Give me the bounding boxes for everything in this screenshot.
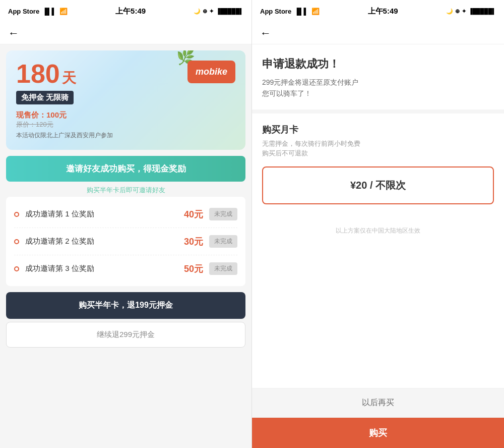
reward-status-2: 未完成 (209, 235, 237, 248)
wifi-left: 📶 (59, 8, 68, 15)
invite-sub-text: 购买半年卡后即可邀请好友 (6, 186, 245, 195)
location-icon-right: ⊕ (455, 8, 460, 15)
banner-badge: 免押金 无限骑 (16, 91, 74, 104)
banner-tian: 天 (62, 70, 76, 86)
banner-note: 本活动仅限北上广深及西安用户参加 (16, 131, 235, 140)
invite-banner: 邀请好友成功购买，得现金奖励 (6, 156, 245, 182)
time-left: 上午5:49 (115, 7, 146, 16)
reward-label-2: 成功邀请第 2 位奖励 (25, 237, 184, 246)
moon-icon: 🌙 (194, 8, 201, 15)
app-name-right: App Store (260, 8, 291, 15)
reward-amount-2: 30元 (184, 236, 203, 248)
banner-card: 🌿 180 天 免押金 无限骑 现售价：100元 原价：120元 本活动仅限北上… (6, 50, 245, 150)
bluetooth-icon-right: ✦ (462, 8, 466, 15)
back-button-right[interactable]: ← (260, 27, 271, 40)
reward-amount-1: 40元 (184, 208, 203, 220)
monthly-section: 购买月卡 无需押金，每次骑行前两小时免费购买后不可退款 ¥20 / 不限次 (252, 114, 504, 216)
back-button-left[interactable]: ← (8, 27, 19, 40)
status-bar-right: App Store ▐▌▌ 📶 上午5:49 🌙 ⊕ ✦ ▐█████▌ (252, 0, 504, 22)
reward-item-1: 成功邀请第 1 位奖励 40元 未完成 (14, 201, 237, 228)
reward-label-3: 成功邀请第 3 位奖励 (25, 264, 184, 273)
price-card[interactable]: ¥20 / 不限次 (262, 166, 494, 204)
reward-item-2: 成功邀请第 2 位奖励 30元 未完成 (14, 228, 237, 255)
continue-refund-button[interactable]: 继续退299元押金 (6, 322, 245, 348)
reward-list: 成功邀请第 1 位奖励 40元 未完成 成功邀请第 2 位奖励 30元 未完成 … (6, 197, 245, 286)
reward-dot-1 (14, 212, 19, 217)
success-desc: 299元押金将退还至原支付账户您可以骑车了！ (262, 77, 494, 99)
later-button[interactable]: 以后再买 (252, 388, 504, 418)
banner-days: 180 (16, 59, 60, 88)
status-right-left: 🌙 ⊕ ✦ ▐█████▌ (194, 8, 243, 15)
current-price-label: 现售价： (16, 110, 46, 119)
location-icon: ⊕ (203, 8, 207, 15)
buy-half-year-button[interactable]: 购买半年卡，退199元押金 (6, 292, 245, 319)
battery-left: ▐█████▌ (216, 8, 243, 14)
mobike-logo: mobike (187, 61, 235, 83)
status-right-right: 🌙 ⊕ ✦ ▐█████▌ (446, 8, 496, 15)
bluetooth-icon: ✦ (209, 8, 214, 15)
left-scroll-content: 🌿 180 天 免押金 无限骑 现售价：100元 原价：120元 本活动仅限北上… (0, 44, 251, 448)
status-left-area: App Store ▐▌▌ 📶 (8, 8, 68, 15)
invite-banner-text: 邀请好友成功购买，得现金奖励 (16, 163, 235, 175)
time-right: 上午5:49 (368, 7, 398, 16)
buy-button[interactable]: 购买 (252, 418, 504, 448)
banner-original-price: 原价：120元 (16, 120, 235, 129)
moon-icon-right: 🌙 (446, 8, 453, 15)
phone-left: App Store ▐▌▌ 📶 上午5:49 🌙 ⊕ ✦ ▐█████▌ ← 🌿… (0, 0, 252, 448)
nav-bar-left: ← (0, 22, 251, 44)
battery-right: ▐█████▌ (468, 8, 496, 14)
monthly-desc: 无需押金，每次骑行前两小时免费购买后不可退款 (262, 139, 494, 158)
current-price-value: 100元 (46, 110, 67, 119)
reward-dot-3 (14, 266, 19, 271)
price-card-text: ¥20 / 不限次 (350, 180, 406, 191)
nav-bar-right: ← (252, 22, 504, 44)
status-left-area-right: App Store ▐▌▌ 📶 (260, 8, 320, 15)
right-scroll-content: 申请退款成功！ 299元押金将退还至原支付账户您可以骑车了！ 购买月卡 无需押金… (252, 44, 504, 448)
banner-current-price: 现售价：100元 (16, 110, 235, 120)
reward-status-1: 未完成 (209, 208, 237, 220)
reward-dot-2 (14, 239, 19, 244)
reward-status-3: 未完成 (209, 262, 237, 275)
wifi-right: 📶 (311, 8, 320, 15)
region-note: 以上方案仅在中国大陆地区生效 (252, 216, 504, 388)
signal-left: ▐▌▌ (42, 8, 56, 15)
reward-amount-3: 50元 (184, 263, 203, 275)
reward-label-1: 成功邀请第 1 位奖励 (25, 209, 184, 219)
monthly-title: 购买月卡 (262, 124, 494, 136)
status-bar-left: App Store ▐▌▌ 📶 上午5:49 🌙 ⊕ ✦ ▐█████▌ (0, 0, 251, 22)
success-title: 申请退款成功！ (262, 57, 494, 72)
success-section: 申请退款成功！ 299元押金将退还至原支付账户您可以骑车了！ (252, 44, 504, 114)
right-btn-area: 以后再买 购买 (252, 388, 504, 448)
signal-right: ▐▌▌ (294, 8, 308, 15)
phone-right: App Store ▐▌▌ 📶 上午5:49 🌙 ⊕ ✦ ▐█████▌ ← 申… (252, 0, 504, 448)
reward-item-3: 成功邀请第 3 位奖励 50元 未完成 (14, 255, 237, 282)
app-name-left: App Store (8, 8, 39, 15)
